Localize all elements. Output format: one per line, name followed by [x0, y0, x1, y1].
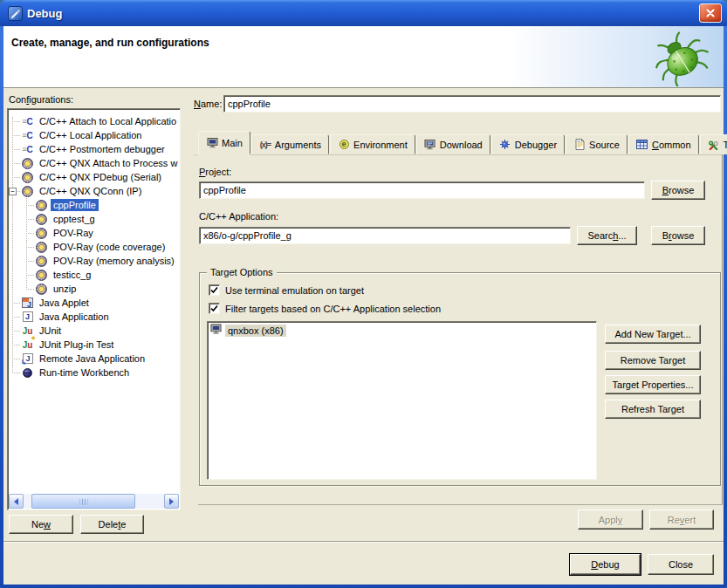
application-input[interactable]	[199, 227, 571, 244]
tree-item[interactable]: ≡CC/C++ Postmortem debugger	[9, 142, 179, 156]
tree-item[interactable]: POV-Ray	[9, 226, 179, 240]
targets-list[interactable]: qnxbox (x86)	[207, 321, 597, 480]
monitor-icon	[210, 324, 222, 337]
tab-page-bottom-border	[198, 504, 723, 505]
tree-item[interactable]: −C/C++ QNX QConn (IP)	[9, 184, 179, 198]
application-label: C/C++ Application:	[199, 211, 278, 222]
revert-button[interactable]: Revert	[649, 509, 714, 530]
tab-arguments[interactable]: (x)= Arguments	[251, 134, 329, 154]
close-button[interactable]: Close	[648, 554, 714, 575]
add-new-target-button[interactable]: Add New Target...	[605, 325, 701, 344]
terminal-emulation-checkbox[interactable]	[209, 284, 220, 296]
qnx-target-icon	[36, 284, 47, 295]
tab-label: Arguments	[275, 140, 321, 150]
qnx-target-icon	[36, 242, 47, 253]
cpp-debug-icon: ≡C	[21, 143, 34, 155]
tree-item-selected[interactable]: cppProfile	[9, 198, 179, 212]
tab-common[interactable]: Common	[628, 134, 699, 154]
qnx-target-icon	[36, 228, 47, 239]
tab-tools[interactable]: Tools	[700, 134, 727, 154]
close-window-button[interactable]	[699, 3, 722, 23]
application-browse-button[interactable]: Browse	[651, 226, 705, 245]
remote-java-icon: J↳	[23, 353, 33, 364]
target-item-label: qnxbox (x86)	[225, 325, 286, 337]
tab-main[interactable]: Main	[198, 131, 250, 154]
name-label: Name:	[194, 99, 222, 109]
debugger-icon	[499, 139, 511, 150]
debug-button[interactable]: Debug	[570, 554, 641, 575]
tools-icon	[708, 139, 720, 150]
eclipse-launch-icon	[8, 6, 23, 21]
qnx-target-icon	[22, 172, 33, 183]
java-application-icon: J	[23, 311, 33, 322]
tree-item[interactable]: POV-Ray (memory analysis)	[9, 254, 179, 268]
filter-targets-checkbox-row[interactable]: Filter targets based on C/C++ Applicatio…	[209, 303, 441, 314]
tab-environment[interactable]: e Environment	[330, 134, 415, 154]
footer-separator	[3, 541, 724, 543]
tree-item[interactable]: ≡CC/C++ Attach to Local Applicatio	[9, 114, 179, 128]
tree-horizontal-scrollbar[interactable]	[9, 494, 179, 509]
download-icon	[424, 139, 436, 150]
window-title: Debug	[27, 7, 62, 20]
project-input[interactable]	[199, 181, 645, 199]
apply-button[interactable]: Apply	[578, 509, 643, 530]
target-list-item[interactable]: qnxbox (x86)	[208, 322, 596, 338]
terminal-emulation-checkbox-row[interactable]: Use terminal emulation on target	[209, 284, 364, 296]
tab-page-right-border	[722, 154, 723, 505]
new-button[interactable]: New	[9, 515, 73, 534]
terminal-emulation-label: Use terminal emulation on target	[225, 285, 364, 296]
tree-item[interactable]: C/C++ QNX Attach to Process w	[9, 156, 179, 170]
qnx-target-icon	[36, 200, 47, 211]
name-input[interactable]	[223, 95, 721, 113]
configurations-tree[interactable]: ≡CC/C++ Attach to Local Applicatio ≡CC/C…	[7, 108, 181, 510]
collapse-expander-icon[interactable]: −	[9, 188, 17, 195]
scroll-left-arrow-icon[interactable]	[9, 494, 24, 509]
qnx-target-icon	[36, 270, 47, 281]
tree-item[interactable]: ≡CC/C++ Local Application	[9, 128, 179, 142]
tree-item[interactable]: testicc_g	[9, 268, 179, 282]
banner-message: Create, manage, and run configurations	[11, 37, 209, 49]
tree-item[interactable]: JJava Application	[9, 310, 179, 324]
tree-item[interactable]: POV-Ray (code coverage)	[9, 240, 179, 254]
tree-item[interactable]: JJava Applet	[9, 296, 179, 310]
tab-label: Debugger	[515, 140, 557, 150]
cpp-debug-icon: ≡C	[21, 129, 34, 141]
tab-source[interactable]: Source	[566, 134, 628, 154]
tree-item[interactable]: unzip	[9, 282, 179, 296]
monitor-icon	[206, 137, 218, 148]
debug-beetle-icon	[645, 29, 717, 86]
tree-item[interactable]: Ju✶JUnit Plug-in Test	[9, 338, 179, 352]
titlebar[interactable]: Debug	[0, 0, 727, 26]
target-options-title: Target Options	[207, 267, 277, 277]
scrollbar-thumb[interactable]	[31, 494, 135, 509]
tree-item[interactable]: cpptest_g	[9, 212, 179, 226]
tree-rows: ≡CC/C++ Attach to Local Applicatio ≡CC/C…	[9, 110, 179, 494]
tab-debugger[interactable]: Debugger	[491, 134, 565, 154]
cpp-debug-icon: ≡C	[21, 115, 34, 127]
tab-download[interactable]: Download	[416, 134, 490, 154]
workbench-icon	[23, 368, 32, 378]
filter-targets-checkbox[interactable]	[209, 303, 220, 314]
qnx-target-icon	[36, 214, 47, 225]
tab-label: Download	[440, 140, 483, 150]
configurations-label: Configurations:	[9, 94, 73, 105]
project-label: Project:	[199, 167, 231, 177]
delete-button[interactable]: Delete	[80, 515, 144, 534]
banner: Create, manage, and run configurations	[3, 26, 724, 88]
scroll-right-arrow-icon[interactable]	[164, 494, 179, 509]
target-properties-button[interactable]: Target Properties...	[605, 375, 701, 394]
java-applet-icon: J	[22, 297, 33, 308]
qnx-target-icon	[22, 186, 33, 197]
tree-item[interactable]: J↳Remote Java Application	[9, 352, 179, 366]
debug-dialog-window: Debug Create, manage, and run configurat…	[0, 0, 727, 588]
tree-item[interactable]: Run-time Workbench	[9, 366, 179, 379]
refresh-target-button[interactable]: Refresh Target	[605, 400, 701, 419]
remove-target-button[interactable]: Remove Target	[605, 351, 701, 370]
search-button[interactable]: Search...	[577, 226, 637, 245]
tree-item[interactable]: C/C++ QNX PDebug (Serial)	[9, 170, 179, 184]
arguments-icon: (x)=	[259, 139, 271, 150]
tab-bar: Main (x)= Arguments e Environment Downlo…	[198, 131, 727, 154]
source-icon	[573, 139, 586, 150]
common-icon	[636, 139, 648, 150]
project-browse-button[interactable]: Browse	[651, 181, 705, 200]
